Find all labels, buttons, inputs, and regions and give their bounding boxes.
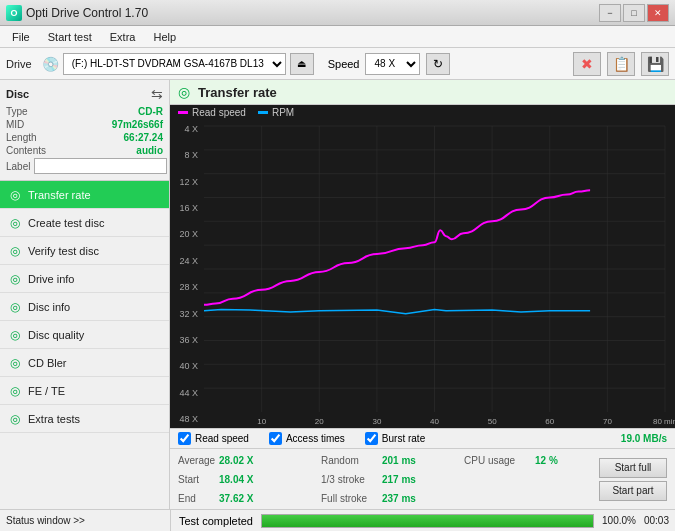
y-label-8: 8 X bbox=[172, 150, 200, 160]
sidebar-item-create-test-disc[interactable]: ◎ Create test disc bbox=[0, 209, 169, 237]
sidebar-item-cd-bler[interactable]: ◎ CD Bler bbox=[0, 349, 169, 377]
progress-text: 100.0% bbox=[602, 515, 636, 526]
y-label-36: 36 X bbox=[172, 335, 200, 345]
stats-checkboxes: Read speed Access times Burst rate 19.0 … bbox=[170, 429, 675, 449]
disc-type-val: CD-R bbox=[138, 106, 163, 117]
legend-read-dot bbox=[178, 111, 188, 114]
sidebar: Disc ⇆ Type CD-R MID 97m26s66f Length 66… bbox=[0, 80, 170, 509]
disc-arrow-icon[interactable]: ⇆ bbox=[151, 86, 163, 102]
check-read-speed[interactable]: Read speed bbox=[178, 432, 249, 445]
checkbox-access-times[interactable] bbox=[269, 432, 282, 445]
y-label-24: 24 X bbox=[172, 256, 200, 266]
disc-label-input[interactable] bbox=[34, 158, 167, 174]
save-button[interactable]: 💾 bbox=[641, 52, 669, 76]
progress-bar-fill bbox=[262, 515, 593, 527]
chart-legend: Read speed RPM bbox=[170, 105, 675, 120]
close-button[interactable]: ✕ bbox=[647, 4, 669, 22]
check-access-times[interactable]: Access times bbox=[269, 432, 345, 445]
main-content: Disc ⇆ Type CD-R MID 97m26s66f Length 66… bbox=[0, 80, 675, 509]
stat-average-key: Average bbox=[178, 455, 213, 466]
chart-y-axis: 48 X 44 X 40 X 36 X 32 X 28 X 24 X 20 X … bbox=[170, 120, 202, 428]
sidebar-item-extra-tests[interactable]: ◎ Extra tests bbox=[0, 405, 169, 433]
chart-header-icon: ◎ bbox=[178, 84, 190, 100]
menu-help[interactable]: Help bbox=[145, 29, 184, 45]
sidebar-item-label-extra-tests: Extra tests bbox=[28, 413, 80, 425]
stats-rows: Average 28.02 X Start 18.04 X End 37.62 … bbox=[170, 449, 675, 509]
disc-panel: Disc ⇆ Type CD-R MID 97m26s66f Length 66… bbox=[0, 80, 169, 181]
start-part-button[interactable]: Start part bbox=[599, 481, 667, 501]
disc-quality-icon: ◎ bbox=[8, 328, 22, 342]
stat-row-empty1 bbox=[464, 470, 591, 488]
menu-start-test[interactable]: Start test bbox=[40, 29, 100, 45]
window-controls: − □ ✕ bbox=[599, 4, 669, 22]
elapsed-time: 00:03 bbox=[644, 515, 669, 526]
right-panel: ◎ Transfer rate Read speed RPM 48 X 44 X… bbox=[170, 80, 675, 509]
y-label-20: 20 X bbox=[172, 229, 200, 239]
checkbox-burst-rate[interactable] bbox=[365, 432, 378, 445]
stat-row-fullstroke: Full stroke 237 ms bbox=[321, 489, 448, 507]
minimize-button[interactable]: − bbox=[599, 4, 621, 22]
check-burst-rate[interactable]: Burst rate bbox=[365, 432, 425, 445]
burst-value: 19.0 MB/s bbox=[621, 433, 667, 444]
legend-read-label: Read speed bbox=[192, 107, 246, 118]
stats-panel: Read speed Access times Burst rate 19.0 … bbox=[170, 428, 675, 509]
copy-button[interactable]: 📋 bbox=[607, 52, 635, 76]
eject-button[interactable]: ⏏ bbox=[290, 53, 314, 75]
y-label-28: 28 X bbox=[172, 282, 200, 292]
sidebar-item-disc-quality[interactable]: ◎ Disc quality bbox=[0, 321, 169, 349]
y-label-4: 4 X bbox=[172, 124, 200, 134]
sidebar-item-label-fe-te: FE / TE bbox=[28, 385, 65, 397]
progress-bar-container bbox=[261, 514, 594, 528]
stat-random-val: 201 ms bbox=[382, 455, 422, 466]
drive-select[interactable]: (F:) HL-DT-ST DVDRAM GSA-4167B DL13 bbox=[63, 53, 286, 75]
app-title: Opti Drive Control 1.70 bbox=[26, 6, 148, 20]
stat-row-end: End 37.62 X bbox=[178, 489, 305, 507]
status-right: Test completed 100.0% 00:03 bbox=[179, 514, 669, 528]
sidebar-item-drive-info[interactable]: ◎ Drive info bbox=[0, 265, 169, 293]
verify-test-disc-icon: ◎ bbox=[8, 244, 22, 258]
check-access-times-label: Access times bbox=[286, 433, 345, 444]
speed-label: Speed bbox=[328, 58, 360, 70]
stat-row-empty2 bbox=[464, 489, 591, 507]
disc-contents-val: audio bbox=[136, 145, 163, 156]
menu-bar: File Start test Extra Help bbox=[0, 26, 675, 48]
refresh-button[interactable]: ↻ bbox=[426, 53, 450, 75]
cd-bler-icon: ◎ bbox=[8, 356, 22, 370]
start-full-button[interactable]: Start full bbox=[599, 458, 667, 478]
sidebar-item-label-disc-info: Disc info bbox=[28, 301, 70, 313]
speed-select[interactable]: 48 X bbox=[365, 53, 420, 75]
stat-fullstroke-key: Full stroke bbox=[321, 493, 376, 504]
sidebar-item-label-transfer-rate: Transfer rate bbox=[28, 189, 91, 201]
status-window-area: Status window >> bbox=[6, 510, 171, 531]
extra-tests-icon: ◎ bbox=[8, 412, 22, 426]
stat-row-average: Average 28.02 X bbox=[178, 451, 305, 469]
checkbox-read-speed[interactable] bbox=[178, 432, 191, 445]
test-completed-label: Test completed bbox=[179, 515, 253, 527]
clear-button[interactable]: ✖ bbox=[573, 52, 601, 76]
stat-start-val: 18.04 X bbox=[219, 474, 259, 485]
sidebar-item-disc-info[interactable]: ◎ Disc info bbox=[0, 293, 169, 321]
stat-cpu-val: 12 % bbox=[535, 455, 558, 466]
menu-extra[interactable]: Extra bbox=[102, 29, 144, 45]
stat-row-cpu: CPU usage 12 % bbox=[464, 451, 591, 469]
sidebar-item-transfer-rate[interactable]: ◎ Transfer rate bbox=[0, 181, 169, 209]
chart-title: Transfer rate bbox=[198, 85, 277, 100]
maximize-button[interactable]: □ bbox=[623, 4, 645, 22]
sidebar-item-fe-te[interactable]: ◎ FE / TE bbox=[0, 377, 169, 405]
stat-row-random: Random 201 ms bbox=[321, 451, 448, 469]
title-bar-left: O Opti Drive Control 1.70 bbox=[6, 5, 148, 21]
menu-file[interactable]: File bbox=[4, 29, 38, 45]
legend-rpm: RPM bbox=[258, 107, 294, 118]
sidebar-item-label-drive-info: Drive info bbox=[28, 273, 74, 285]
stat-row-start: Start 18.04 X bbox=[178, 470, 305, 488]
status-window-button[interactable]: Status window >> bbox=[6, 515, 85, 526]
stat-start-key: Start bbox=[178, 474, 213, 485]
stat-1stroke-val: 217 ms bbox=[382, 474, 422, 485]
chart-header: ◎ Transfer rate bbox=[170, 80, 675, 105]
stats-col-3: CPU usage 12 % bbox=[464, 451, 591, 507]
disc-mid-val: 97m26s66f bbox=[112, 119, 163, 130]
y-label-48: 48 X bbox=[172, 414, 200, 424]
disc-type-key: Type bbox=[6, 106, 28, 117]
sidebar-item-verify-test-disc[interactable]: ◎ Verify test disc bbox=[0, 237, 169, 265]
stat-end-key: End bbox=[178, 493, 213, 504]
